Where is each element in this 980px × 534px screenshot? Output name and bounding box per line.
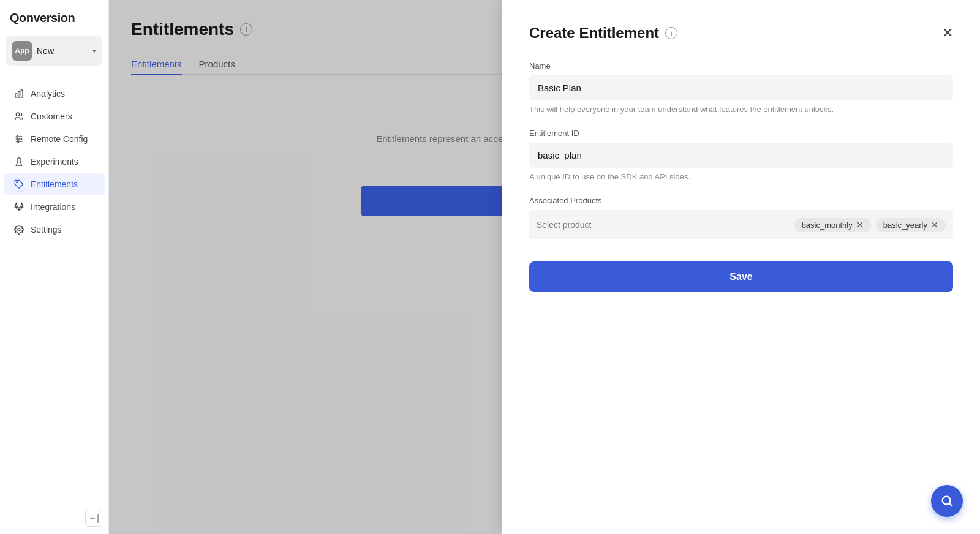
panel-header: Create Entitlement i ✕ bbox=[529, 24, 953, 42]
sidebar-item-analytics[interactable]: Analytics bbox=[4, 83, 105, 105]
svg-rect-1 bbox=[18, 92, 20, 97]
app-name-label: New bbox=[37, 46, 88, 56]
entitlement-id-hint: A unique ID to use on the SDK and API si… bbox=[529, 172, 953, 181]
sliders-icon bbox=[13, 134, 24, 145]
select-product-input[interactable] bbox=[537, 220, 790, 230]
sidebar-item-label: Remote Config bbox=[31, 134, 88, 144]
name-hint: This will help everyone in your team und… bbox=[529, 105, 953, 114]
beaker-icon bbox=[13, 156, 24, 167]
main-content: Entitlements i Entitlements Products Ent… bbox=[109, 0, 980, 534]
svg-point-3 bbox=[16, 113, 19, 116]
sidebar-divider bbox=[0, 77, 108, 77]
associated-products-field-group: Associated Products basic_monthly ✕ basi… bbox=[529, 196, 953, 239]
panel-title-text: Create Entitlement bbox=[529, 24, 659, 42]
sidebar: Qonversion App New ▾ Analytics Customers… bbox=[0, 0, 109, 534]
collapse-sidebar-button[interactable]: ←| bbox=[85, 510, 102, 527]
svg-rect-0 bbox=[15, 94, 17, 97]
products-input-row[interactable]: basic_monthly ✕ basic_yearly ✕ bbox=[529, 210, 953, 239]
gear-icon bbox=[13, 224, 24, 235]
product-tag-basic-yearly: basic_yearly ✕ bbox=[876, 218, 946, 232]
remove-basic-monthly-button[interactable]: ✕ bbox=[856, 220, 864, 229]
product-tag-label: basic_monthly bbox=[802, 220, 853, 230]
plug-icon bbox=[13, 201, 24, 212]
sidebar-item-customers[interactable]: Customers bbox=[4, 105, 105, 127]
sidebar-item-label: Analytics bbox=[31, 89, 65, 99]
entitlement-id-field-group: Entitlement ID A unique ID to use on the… bbox=[529, 129, 953, 181]
sidebar-nav: Analytics Customers Remote Config Experi… bbox=[0, 82, 108, 241]
sidebar-item-label: Integrations bbox=[31, 202, 75, 212]
save-button[interactable]: Save bbox=[529, 261, 953, 292]
product-tag-label: basic_yearly bbox=[883, 220, 927, 230]
tag-icon bbox=[13, 179, 24, 190]
sidebar-item-label: Entitlements bbox=[31, 179, 78, 189]
entitlement-id-label: Entitlement ID bbox=[529, 129, 953, 138]
sidebar-item-settings[interactable]: Settings bbox=[4, 219, 105, 241]
product-tag-basic-monthly: basic_monthly ✕ bbox=[794, 218, 871, 232]
avatar: App bbox=[12, 41, 32, 61]
svg-point-9 bbox=[17, 141, 19, 143]
name-label: Name bbox=[529, 61, 953, 70]
search-icon bbox=[940, 494, 954, 508]
sidebar-item-experiments[interactable]: Experiments bbox=[4, 151, 105, 173]
sidebar-item-label: Customers bbox=[31, 111, 72, 121]
create-entitlement-panel: Create Entitlement i ✕ Name This will he… bbox=[502, 0, 980, 534]
svg-rect-2 bbox=[21, 90, 23, 97]
sidebar-item-label: Settings bbox=[31, 225, 62, 235]
svg-point-11 bbox=[18, 228, 20, 231]
chevron-down-icon: ▾ bbox=[92, 47, 96, 55]
search-fab[interactable] bbox=[931, 485, 963, 517]
sidebar-item-label: Experiments bbox=[31, 157, 78, 167]
panel-info-icon[interactable]: i bbox=[665, 27, 677, 39]
app-logo: Qonversion bbox=[0, 0, 108, 32]
panel-title: Create Entitlement i bbox=[529, 24, 677, 42]
sidebar-item-remote-config[interactable]: Remote Config bbox=[4, 128, 105, 150]
svg-point-8 bbox=[20, 138, 21, 140]
name-field-group: Name This will help everyone in your tea… bbox=[529, 61, 953, 114]
close-panel-button[interactable]: ✕ bbox=[942, 26, 953, 40]
sidebar-item-integrations[interactable]: Integrations bbox=[4, 196, 105, 218]
app-selector[interactable]: App New ▾ bbox=[6, 36, 102, 66]
svg-point-10 bbox=[17, 182, 18, 183]
svg-point-12 bbox=[943, 497, 951, 505]
sidebar-bottom: ←| bbox=[0, 502, 108, 534]
sidebar-item-entitlements[interactable]: Entitlements bbox=[4, 173, 105, 195]
users-icon bbox=[13, 111, 24, 122]
svg-point-7 bbox=[17, 136, 18, 138]
associated-products-label: Associated Products bbox=[529, 196, 953, 205]
svg-line-13 bbox=[949, 503, 952, 506]
entitlement-id-input[interactable] bbox=[529, 143, 953, 168]
chart-bar-icon bbox=[13, 88, 24, 99]
name-input[interactable] bbox=[529, 75, 953, 100]
remove-basic-yearly-button[interactable]: ✕ bbox=[931, 220, 938, 229]
